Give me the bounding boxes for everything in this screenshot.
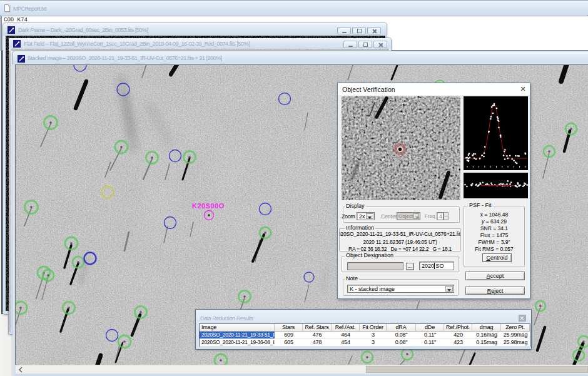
svg-text:K20S00O: K20S00O [192, 202, 225, 210]
